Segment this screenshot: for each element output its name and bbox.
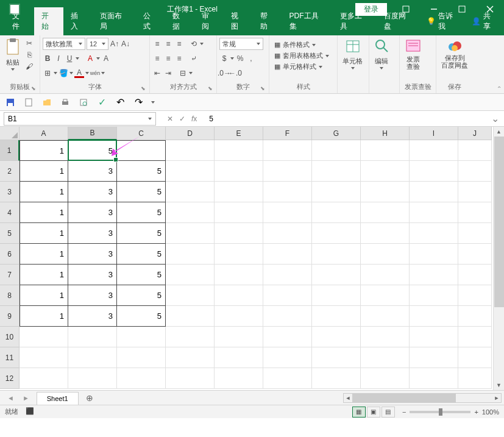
cell[interactable]	[263, 202, 312, 223]
editing-button[interactable]: 编辑	[372, 37, 391, 71]
increase-font-button[interactable]: A↑	[110, 39, 119, 49]
cell[interactable]: 5	[117, 244, 166, 265]
cell[interactable]: 3	[68, 161, 117, 182]
cell[interactable]	[20, 347, 68, 368]
cell[interactable]	[312, 368, 361, 389]
cell[interactable]	[361, 285, 410, 306]
tab-more[interactable]: 更多工具	[333, 7, 377, 35]
cell[interactable]: 5	[68, 140, 117, 161]
cell[interactable]	[458, 347, 492, 368]
scroll-left-icon[interactable]: ◄	[344, 394, 352, 402]
cell[interactable]	[458, 202, 492, 223]
cell[interactable]	[312, 140, 361, 161]
cell[interactable]	[361, 202, 410, 223]
cell[interactable]: 3	[68, 182, 117, 202]
tab-view[interactable]: 视图	[224, 7, 253, 35]
cell[interactable]	[361, 306, 410, 327]
align-middle-button[interactable]: ≡	[163, 39, 173, 49]
cell[interactable]: 3	[68, 223, 117, 244]
cell[interactable]: 5	[117, 265, 166, 285]
fx-icon[interactable]: fx	[191, 115, 197, 123]
cell[interactable]	[215, 368, 263, 389]
cell[interactable]	[263, 140, 312, 161]
tab-home[interactable]: 开始	[34, 7, 63, 35]
page-layout-button[interactable]: ▣	[367, 407, 380, 417]
cell[interactable]: 3	[68, 244, 117, 265]
conditional-format-button[interactable]: ▦条件格式	[272, 40, 318, 50]
cell[interactable]	[166, 182, 215, 202]
cell[interactable]	[410, 140, 458, 161]
cell[interactable]	[166, 306, 215, 327]
tab-review[interactable]: 审阅	[194, 7, 224, 35]
currency-button[interactable]: $	[219, 54, 229, 63]
cell[interactable]	[215, 202, 263, 223]
cells-button[interactable]: 单元格	[340, 37, 365, 71]
cell[interactable]	[312, 285, 361, 306]
zoom-out-button[interactable]: −	[402, 408, 406, 416]
open-button[interactable]	[41, 97, 52, 108]
cell[interactable]	[166, 347, 215, 368]
cell[interactable]: 1	[20, 265, 68, 285]
cell[interactable]	[458, 140, 492, 161]
cell[interactable]: 3	[68, 202, 117, 223]
cell[interactable]	[312, 202, 361, 223]
row-header[interactable]: 3	[0, 182, 20, 202]
scroll-down-icon[interactable]: ▼	[494, 380, 504, 390]
pinyin-button[interactable]: wén	[90, 68, 100, 78]
cell[interactable]: 5	[117, 223, 166, 244]
zoom-in-button[interactable]: +	[474, 408, 478, 416]
cell[interactable]	[361, 244, 410, 265]
invoice-button[interactable]: 发票 查验	[402, 37, 424, 71]
row-header[interactable]: 4	[0, 202, 20, 223]
cell[interactable]	[458, 244, 492, 265]
cell[interactable]	[410, 244, 458, 265]
cell[interactable]	[410, 161, 458, 182]
cell[interactable]	[361, 265, 410, 285]
font-name-select[interactable]: 微软雅黑	[43, 38, 85, 50]
phonetic-button[interactable]: A	[101, 54, 111, 63]
cell[interactable]	[458, 182, 492, 202]
cell[interactable]	[215, 244, 263, 265]
cell[interactable]	[458, 161, 492, 182]
sheet-prev-icon[interactable]: ◄	[4, 394, 18, 402]
cell[interactable]: 1	[20, 161, 68, 182]
align-left-button[interactable]: ≡	[152, 54, 162, 63]
record-macro-icon[interactable]: ⬛	[26, 407, 34, 416]
cell[interactable]	[68, 347, 117, 368]
sheet-next-icon[interactable]: ►	[19, 394, 33, 402]
cell[interactable]	[263, 285, 312, 306]
cell[interactable]	[361, 327, 410, 347]
cell-style-button[interactable]: ▦单元格样式	[272, 62, 325, 72]
cell[interactable]: 3	[68, 306, 117, 327]
cell[interactable]	[361, 347, 410, 368]
column-header[interactable]: G	[312, 127, 361, 140]
cell[interactable]	[215, 327, 263, 347]
column-header[interactable]: J	[458, 127, 492, 140]
scroll-up-icon[interactable]: ▲	[494, 127, 504, 137]
cell[interactable]	[117, 347, 166, 368]
cell[interactable]: 1	[20, 140, 68, 161]
cell[interactable]	[68, 327, 117, 347]
cell[interactable]	[166, 140, 215, 161]
percent-button[interactable]: %	[235, 54, 245, 63]
borders-button[interactable]: ⊞	[43, 68, 52, 78]
cell[interactable]	[458, 306, 492, 327]
cell[interactable]	[361, 182, 410, 202]
redo-button[interactable]: ↷	[133, 97, 144, 108]
tab-help[interactable]: 帮助	[253, 7, 282, 35]
cell[interactable]	[68, 368, 117, 389]
launcher-icon[interactable]: ⬊	[208, 85, 213, 91]
align-center-button[interactable]: ≡	[163, 54, 173, 63]
font-color-button[interactable]: A	[85, 54, 95, 63]
cell[interactable]: 1	[20, 285, 68, 306]
cell[interactable]	[215, 306, 263, 327]
paste-button[interactable]: 粘贴	[2, 37, 23, 72]
align-bottom-button[interactable]: ≡	[174, 39, 184, 49]
cell[interactable]	[410, 223, 458, 244]
cell[interactable]	[312, 244, 361, 265]
fill-color-button[interactable]: 🪣	[59, 68, 68, 78]
name-box[interactable]: B1	[4, 112, 156, 126]
row-header[interactable]: 5	[0, 223, 20, 244]
cell[interactable]	[410, 202, 458, 223]
bold-button[interactable]: B	[43, 54, 52, 63]
